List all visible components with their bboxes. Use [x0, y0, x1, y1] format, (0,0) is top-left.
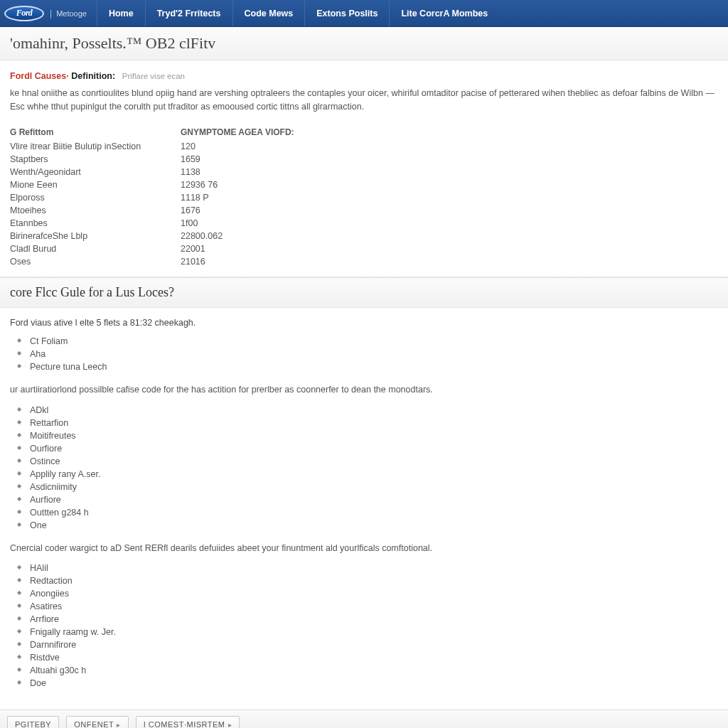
list-item: Arrfiore — [17, 613, 718, 626]
list-item: Applily rany A.ser. — [17, 468, 718, 481]
list-item: HAlil — [17, 562, 718, 574]
list-item: Asdicniimity — [17, 481, 718, 493]
brand-subtitle: Metooge — [56, 9, 87, 18]
table-row: 22001 — [181, 242, 323, 255]
bullet-list-2: ADkl Rettarfion Moitifreutes Ourfiore Os… — [10, 404, 718, 532]
footer-button-onfenet[interactable]: ONFENET ▸ — [66, 716, 129, 728]
table-row: 21016 — [181, 255, 323, 268]
table-row: 1138 — [181, 166, 323, 178]
paragraph-2: Cnercial coder wargict to aD Sent RERfl … — [10, 542, 718, 555]
table-row: 12936 76 — [181, 178, 323, 191]
section-body: Ford viaus ative l elte 5 flets a 81:32 … — [0, 308, 728, 710]
list-item: One — [17, 519, 718, 532]
symptom-head-left: G Refittom — [10, 124, 181, 140]
table-row: 22800.062 — [181, 230, 323, 242]
list-item: Anongiies — [17, 587, 718, 600]
definition-body: ke hnal oniithe as conrtioulites blund o… — [10, 87, 718, 114]
table-row: Etannbes — [10, 217, 181, 230]
title-bar: 'omahinr, Posselts.™ OB2 clFitv — [0, 27, 728, 60]
symptom-head-right: GNYMPTOME AGEA VIOFD: — [181, 124, 323, 140]
table-row: Elpoross — [10, 191, 181, 204]
list-item: Ct Foliam — [17, 335, 718, 348]
footer-button-label: ONFENET — [74, 720, 114, 728]
nav-items: Home Tryd'2 Frritects Code Mews Extons P… — [97, 0, 499, 26]
footer-button-label: I COMEST·MISRTEM — [144, 720, 225, 728]
table-row: 1f00 — [181, 217, 323, 230]
logo-block: Ford | Metooge — [0, 6, 97, 21]
list-item: Altuahi g30c h — [17, 664, 718, 677]
definition-hint: Priflare vise ecan — [122, 72, 185, 80]
list-item: Ostince — [17, 455, 718, 468]
bullet-list-3: HAlil Redtaction Anongiies Asatires Arrf… — [10, 562, 718, 690]
footer-button-pgiteby[interactable]: PGITEBY — [7, 716, 59, 728]
footer-button-label: PGITEBY — [15, 720, 51, 728]
table-row: Wenth/Ageonidart — [10, 166, 181, 178]
brand-logo[interactable]: Ford — [4, 6, 44, 21]
nav-home[interactable]: Home — [97, 0, 145, 26]
top-nav: Ford | Metooge Home Tryd'2 Frritects Cod… — [0, 0, 728, 27]
list-item: Redtaction — [17, 574, 718, 587]
table-row: Mtoeihes — [10, 204, 181, 217]
list-item: Fnigally raamg w. Jer. — [17, 626, 718, 638]
list-item: Rettarfion — [17, 417, 718, 429]
list-item: Pecture tuna Leech — [17, 360, 718, 373]
symptom-col-right: GNYMPTOME AGEA VIOFD: 120 1659 1138 1293… — [181, 124, 323, 268]
section-intro: Ford viaus ative l elte 5 flets a 81:32 … — [10, 318, 718, 328]
table-row: 1118 P — [181, 191, 323, 204]
bullet-list-1: Ct Foliam Aha Pecture tuna Leech — [10, 335, 718, 373]
list-item: Aha — [17, 348, 718, 360]
list-item: Ristdve — [17, 651, 718, 664]
table-row: Oses — [10, 255, 181, 268]
logo-divider: | — [50, 9, 52, 18]
list-item: Darnnifirore — [17, 638, 718, 651]
symptom-table: G Refittom Vlire itrear Biitie Bulutip i… — [10, 124, 718, 268]
table-row: Mione Eeen — [10, 178, 181, 191]
paragraph-1: ur aurtiiratiorlond possilble cafise cod… — [10, 383, 718, 397]
nav-code-news[interactable]: Code Mews — [232, 0, 305, 26]
list-item: Moitifreutes — [17, 429, 718, 442]
definition-prefix: Fordl Causes· — [10, 71, 69, 81]
chevron-right-icon: ▸ — [117, 721, 121, 728]
list-item: ADkl — [17, 404, 718, 417]
list-item: Doe — [17, 677, 718, 690]
list-item: Aurfiore — [17, 493, 718, 506]
definition-bold: Definition: — [71, 71, 115, 81]
table-row: Cladl Burud — [10, 242, 181, 255]
list-item: Ourfiore — [17, 442, 718, 455]
definition-block: Fordl Causes· Definition: Priflare vise … — [0, 60, 728, 277]
section-header: core Flcc Gule for a Lus Loces? — [0, 277, 728, 308]
list-item: Asatires — [17, 600, 718, 613]
definition-line: Fordl Causes· Definition: Priflare vise … — [10, 70, 718, 81]
nav-members[interactable]: Lite CorcrA Mombes — [389, 0, 499, 26]
footer-bar: PGITEBY ONFENET ▸ I COMEST·MISRTEM ▸ — [0, 710, 728, 728]
page-title: 'omahinr, Posselts.™ OB2 clFitv — [10, 34, 718, 53]
section-heading: core Flcc Gule for a Lus Loces? — [10, 285, 718, 300]
table-row: Staptbers — [10, 153, 181, 166]
list-item: Outtten g284 h — [17, 506, 718, 519]
table-row: 1676 — [181, 204, 323, 217]
nav-extons[interactable]: Extons Poslits — [304, 0, 389, 26]
table-row: Vlire itrear Biitie Bulutip inSection — [10, 140, 181, 153]
table-row: BirinerafceShe Lblp — [10, 230, 181, 242]
table-row: 120 — [181, 140, 323, 153]
chevron-right-icon: ▸ — [228, 721, 232, 728]
table-row: 1659 — [181, 153, 323, 166]
symptom-col-left: G Refittom Vlire itrear Biitie Bulutip i… — [10, 124, 181, 268]
footer-button-comest[interactable]: I COMEST·MISRTEM ▸ — [136, 716, 240, 728]
nav-projects[interactable]: Tryd'2 Frritects — [145, 0, 232, 26]
